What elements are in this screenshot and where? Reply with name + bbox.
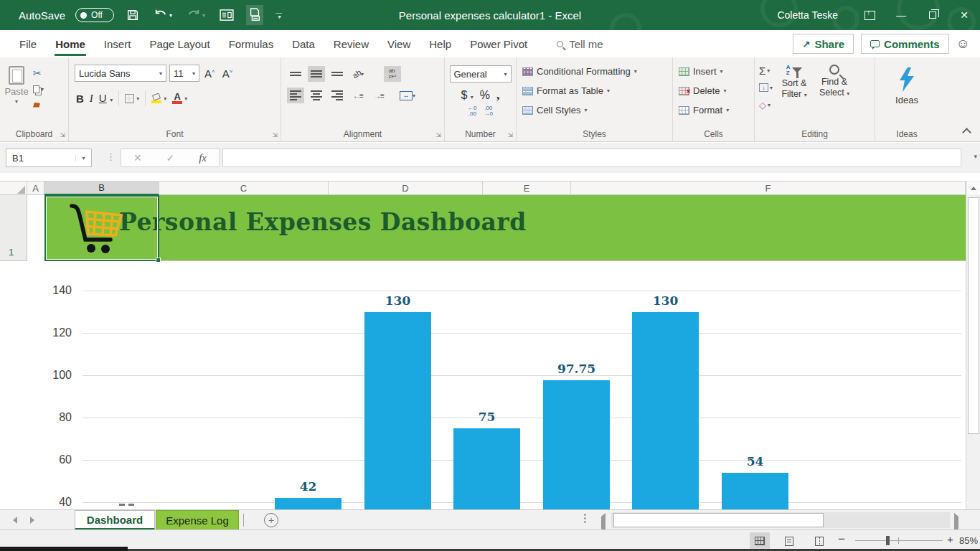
customize-qat-button[interactable]: —▾: [273, 5, 284, 25]
vertical-scroll-thumb[interactable]: [968, 197, 979, 434]
cut-button[interactable]: ✂: [33, 67, 44, 79]
bottom-align-button[interactable]: [329, 66, 346, 82]
shrink-font-button[interactable]: A˅: [220, 67, 235, 80]
undo-button[interactable]: ▾: [151, 5, 174, 25]
tab-power-pivot[interactable]: Power Pivot: [461, 30, 537, 57]
select-all-corner[interactable]: [0, 182, 27, 195]
selected-cell-b1[interactable]: [44, 195, 159, 261]
percent-style-button[interactable]: %: [480, 89, 490, 102]
delete-cells-button[interactable]: Delete▾: [679, 81, 754, 100]
chart-bar[interactable]: [632, 312, 699, 510]
column-header-d[interactable]: D: [329, 182, 483, 195]
tab-data[interactable]: Data: [283, 30, 324, 57]
expand-formula-bar-button[interactable]: ▾: [974, 153, 977, 160]
autosave-toggle[interactable]: Off: [75, 8, 114, 22]
conditional-formatting-button[interactable]: Conditional Formatting▾: [522, 62, 672, 81]
insert-cells-button[interactable]: Insert▾: [679, 62, 754, 81]
chart-bar[interactable]: [275, 498, 341, 509]
wrap-text-button[interactable]: ab c↩: [384, 66, 401, 82]
zoom-level[interactable]: 85%: [959, 535, 978, 546]
column-header-f[interactable]: F: [571, 182, 966, 195]
scroll-up-button[interactable]: [967, 182, 980, 194]
close-button[interactable]: ✕: [948, 0, 980, 30]
align-left-button[interactable]: [287, 88, 304, 103]
page-layout-view-button[interactable]: [779, 532, 799, 550]
column-header-a[interactable]: A: [27, 182, 44, 195]
cancel-button[interactable]: ✕: [133, 152, 142, 164]
scroll-left-button[interactable]: [601, 517, 606, 529]
chart-bar[interactable]: [453, 428, 520, 509]
number-dialog-launcher[interactable]: ⇲: [507, 131, 513, 138]
tab-insert[interactable]: Insert: [95, 30, 141, 57]
chart-bar[interactable]: [364, 312, 431, 510]
vertical-scrollbar[interactable]: [966, 181, 980, 509]
tab-file[interactable]: File: [10, 30, 46, 57]
sheet-nav-next-button[interactable]: [30, 517, 34, 524]
copy-button[interactable]: ▾: [33, 83, 44, 95]
font-size-combo[interactable]: 11▾: [169, 65, 199, 82]
column-header-c[interactable]: C: [159, 182, 329, 195]
merge-center-button[interactable]: ↔▾: [396, 88, 419, 103]
zoom-in-button[interactable]: +: [947, 533, 953, 545]
font-dialog-launcher[interactable]: ⇲: [272, 131, 278, 138]
clear-button[interactable]: ◇▾: [759, 98, 773, 112]
user-name[interactable]: Coletta Teske: [777, 9, 838, 21]
italic-button[interactable]: I: [90, 93, 93, 105]
top-align-button[interactable]: [287, 66, 304, 82]
feedback-smiley-icon[interactable]: ☺: [956, 36, 970, 52]
ribbon-display-options-button[interactable]: [854, 0, 885, 30]
print-preview-button[interactable]: [246, 5, 263, 25]
new-sheet-button[interactable]: +: [264, 513, 278, 527]
scrollbar-resize-handle[interactable]: [584, 514, 586, 523]
fill-button[interactable]: ↓▾: [759, 80, 773, 95]
borders-button[interactable]: ▾: [125, 94, 139, 103]
alignment-dialog-launcher[interactable]: ⇲: [435, 131, 441, 138]
enter-button[interactable]: ✓: [166, 152, 175, 164]
zoom-slider-track[interactable]: [855, 540, 943, 541]
number-format-combo[interactable]: General▾: [450, 65, 512, 83]
zoom-slider-thumb[interactable]: [886, 536, 890, 545]
restore-button[interactable]: [917, 0, 948, 30]
sheet-nav-previous-button[interactable]: [13, 517, 17, 524]
undo-dropdown-caret[interactable]: ▾: [169, 12, 172, 19]
normal-view-button[interactable]: [750, 532, 770, 550]
format-as-table-button[interactable]: Format as Table▾: [522, 81, 672, 100]
grow-font-button[interactable]: A˄: [202, 67, 217, 80]
ideas-button[interactable]: Ideas: [895, 62, 918, 105]
column-header-e[interactable]: E: [483, 182, 571, 195]
sheet-tab-expense-log[interactable]: Expense Log: [156, 510, 239, 530]
zoom-out-button[interactable]: −: [838, 532, 845, 547]
insert-function-button[interactable]: fx: [199, 152, 207, 164]
horizontal-scroll-thumb[interactable]: [613, 513, 824, 527]
page-break-preview-button[interactable]: [809, 532, 829, 550]
tab-review[interactable]: Review: [324, 30, 378, 57]
tab-page-layout[interactable]: Page Layout: [140, 30, 219, 57]
fill-color-button[interactable]: ▾: [151, 94, 166, 103]
tab-help[interactable]: Help: [420, 30, 461, 57]
clipboard-dialog-launcher[interactable]: ⇲: [60, 131, 65, 138]
tab-view[interactable]: View: [378, 30, 420, 57]
scroll-right-button[interactable]: [954, 517, 958, 529]
quick-access-table-button[interactable]: [217, 5, 236, 25]
row-header-1[interactable]: 1: [0, 195, 27, 261]
format-painter-button[interactable]: [33, 99, 44, 110]
tab-home[interactable]: Home: [46, 30, 95, 57]
comma-style-button[interactable]: ,: [496, 88, 500, 103]
font-name-combo[interactable]: Lucida Sans▾: [75, 65, 166, 82]
cell-styles-button[interactable]: Cell Styles▾: [522, 100, 672, 120]
minimize-button[interactable]: —: [885, 0, 917, 30]
middle-align-button[interactable]: [308, 66, 325, 82]
chart-bar[interactable]: [722, 473, 788, 509]
formula-input[interactable]: [222, 149, 961, 167]
accounting-format-button[interactable]: $ ▾: [461, 89, 473, 102]
increase-indent-button[interactable]: →≡: [370, 88, 387, 103]
name-box-caret[interactable]: ▾: [75, 155, 91, 161]
chart-bar[interactable]: [543, 380, 610, 509]
name-box[interactable]: B1 ▾: [6, 149, 92, 167]
bold-button[interactable]: B: [76, 93, 84, 105]
fill-handle[interactable]: [156, 258, 161, 263]
format-cells-button[interactable]: Format▾: [679, 100, 754, 120]
collapse-ribbon-button[interactable]: [962, 128, 971, 137]
redo-button-disabled[interactable]: ▾: [184, 5, 207, 25]
autosum-button[interactable]: Σ▾: [759, 63, 773, 77]
